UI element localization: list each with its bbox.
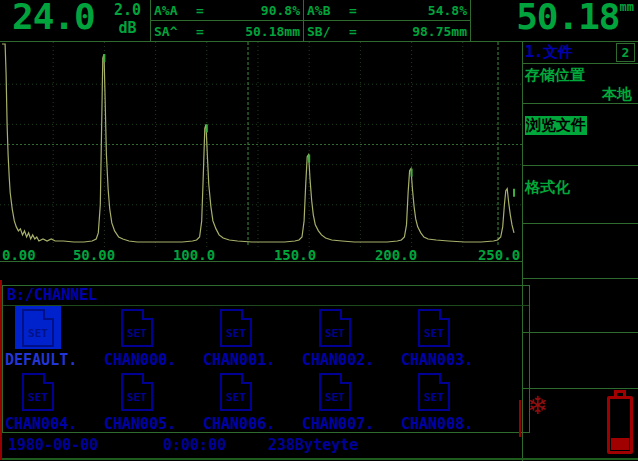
measurement-row: A%B=54.8% bbox=[304, 0, 470, 21]
file-item-chan004[interactable]: SETCHAN004. bbox=[5, 370, 104, 433]
sidebar-item-value: 本地 bbox=[525, 85, 636, 104]
folded-corner bbox=[340, 309, 351, 320]
sidebar-item-empty-3[interactable] bbox=[523, 224, 638, 279]
file-name: CHAN002. bbox=[302, 351, 401, 369]
set-icon-text: SET bbox=[222, 327, 250, 340]
set-file-icon: SET bbox=[418, 373, 450, 411]
menu-sidebar: 1.文件 2 存储位置本地浏览文件格式化 ❄ bbox=[522, 42, 638, 461]
measurement-box-0: A%A=90.8%SA^=50.18mm bbox=[150, 0, 304, 41]
file-icon-highlight: SET bbox=[312, 306, 358, 349]
top-bar: 24.0 2.0 dB A%A=90.8%SA^=50.18mmA%B=54.8… bbox=[0, 0, 638, 42]
measurement-label: SA^ bbox=[154, 24, 196, 39]
file-icon-highlight: SET bbox=[15, 306, 61, 349]
folded-corner bbox=[340, 373, 351, 384]
primary-reading-value: 50.18 bbox=[516, 0, 619, 37]
file-icon-highlight: SET bbox=[213, 306, 259, 349]
file-item-default[interactable]: SETDEFAULT. bbox=[5, 306, 104, 369]
menu-header: 1.文件 2 bbox=[523, 42, 638, 64]
left-edge-marker bbox=[0, 280, 2, 460]
file-name: CHAN005. bbox=[104, 415, 203, 433]
set-icon-text: SET bbox=[24, 327, 52, 340]
measurement-row: A%A=90.8% bbox=[151, 0, 303, 21]
file-icon-highlight: SET bbox=[15, 370, 61, 413]
menu-title: 1.文件 bbox=[525, 43, 573, 62]
measurement-row: SA^=50.18mm bbox=[151, 21, 303, 41]
file-icon-highlight: SET bbox=[411, 370, 457, 413]
file-name: CHAN001. bbox=[203, 351, 302, 369]
file-browser-dialog: B:/CHANNEL SETDEFAULT.SETCHAN000.SETCHAN… bbox=[2, 285, 530, 433]
gain-unit-label: dB bbox=[114, 19, 141, 37]
set-icon-text: SET bbox=[24, 391, 52, 404]
file-icon-highlight: SET bbox=[213, 370, 259, 413]
primary-reading-unit: mm bbox=[620, 0, 634, 14]
set-file-icon: SET bbox=[220, 373, 252, 411]
file-item-chan005[interactable]: SETCHAN005. bbox=[104, 370, 203, 433]
gain-readout: 24.0 bbox=[12, 0, 95, 37]
folded-corner bbox=[43, 373, 54, 384]
measurement-value: 90.8% bbox=[216, 3, 300, 18]
file-icon-highlight: SET bbox=[114, 306, 160, 349]
set-icon-text: SET bbox=[123, 391, 151, 404]
status-size: 238Byteyte bbox=[268, 436, 358, 454]
measurement-label: A%A bbox=[154, 3, 196, 18]
folded-corner bbox=[241, 309, 252, 320]
file-icon-highlight: SET bbox=[411, 306, 457, 349]
measurement-box-1: A%B=54.8%SB/=98.75mm bbox=[304, 0, 471, 41]
sidebar-item-浏览文件[interactable]: 浏览文件 bbox=[523, 104, 638, 166]
file-name: CHAN008. bbox=[401, 415, 500, 433]
equals-sign: = bbox=[349, 3, 369, 18]
file-name: CHAN006. bbox=[203, 415, 302, 433]
folded-corner bbox=[142, 309, 153, 320]
file-icon-highlight: SET bbox=[114, 370, 160, 413]
menu-items: 存储位置本地浏览文件格式化 bbox=[523, 64, 638, 389]
status-date: 1980-00-00 bbox=[8, 436, 98, 454]
primary-reading: 50.18mm bbox=[516, 0, 634, 37]
measurement-value: 50.18mm bbox=[216, 24, 300, 39]
status-time: 0:00:00 bbox=[163, 436, 226, 454]
file-icon-highlight: SET bbox=[312, 370, 358, 413]
equals-sign: = bbox=[196, 3, 216, 18]
file-name: CHAN003. bbox=[401, 351, 500, 369]
file-item-chan002[interactable]: SETCHAN002. bbox=[302, 306, 401, 369]
measurement-label: SB/ bbox=[307, 24, 349, 39]
folded-corner bbox=[241, 373, 252, 384]
gain-step: 2.0 dB bbox=[114, 1, 141, 37]
folded-corner bbox=[439, 309, 450, 320]
sidebar-item-empty-5[interactable] bbox=[523, 333, 638, 389]
file-item-chan001[interactable]: SETCHAN001. bbox=[203, 306, 302, 369]
sidebar-item-label: 格式化 bbox=[525, 178, 636, 197]
sidebar-item-empty-4[interactable] bbox=[523, 279, 638, 333]
menu-page-indicator[interactable]: 2 bbox=[616, 43, 635, 62]
x-axis-line bbox=[0, 261, 522, 262]
sidebar-item-label: 存储位置 bbox=[525, 66, 636, 85]
file-item-chan000[interactable]: SETCHAN000. bbox=[104, 306, 203, 369]
sidebar-item-格式化[interactable]: 格式化 bbox=[523, 166, 638, 224]
a-scan-waveform bbox=[0, 42, 522, 247]
sidebar-item-存储位置[interactable]: 存储位置本地 bbox=[523, 64, 638, 104]
set-icon-text: SET bbox=[420, 327, 448, 340]
measurement-value: 98.75mm bbox=[369, 24, 467, 39]
set-icon-text: SET bbox=[123, 327, 151, 340]
file-item-chan006[interactable]: SETCHAN006. bbox=[203, 370, 302, 433]
set-icon-text: SET bbox=[321, 391, 349, 404]
file-item-chan007[interactable]: SETCHAN007. bbox=[302, 370, 401, 433]
folded-corner bbox=[142, 373, 153, 384]
file-item-chan008[interactable]: SETCHAN008. bbox=[401, 370, 500, 433]
folded-corner bbox=[43, 309, 54, 320]
file-name: DEFAULT. bbox=[5, 351, 104, 369]
set-file-icon: SET bbox=[319, 309, 351, 347]
set-file-icon: SET bbox=[22, 309, 54, 347]
measurement-boxes: A%A=90.8%SA^=50.18mmA%B=54.8%SB/=98.75mm bbox=[150, 0, 471, 41]
measurement-value: 54.8% bbox=[369, 3, 467, 18]
set-icon-text: SET bbox=[321, 327, 349, 340]
set-file-icon: SET bbox=[418, 309, 450, 347]
set-icon-text: SET bbox=[420, 391, 448, 404]
x-axis-labels: 0.0050.00100.0150.0200.0250.0 bbox=[0, 247, 522, 261]
measurement-label: A%B bbox=[307, 3, 349, 18]
file-name: CHAN000. bbox=[104, 351, 203, 369]
bottom-border-line bbox=[0, 458, 638, 460]
plot-area bbox=[0, 42, 522, 247]
file-item-chan003[interactable]: SETCHAN003. bbox=[401, 306, 500, 369]
set-file-icon: SET bbox=[22, 373, 54, 411]
set-file-icon: SET bbox=[319, 373, 351, 411]
